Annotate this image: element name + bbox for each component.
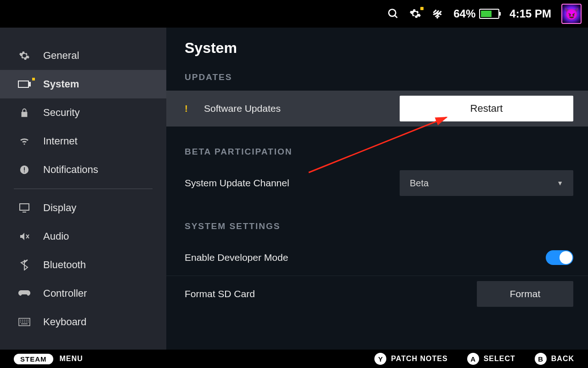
avatar[interactable]: 😈 <box>561 4 582 24</box>
svg-rect-6 <box>24 172 25 172</box>
sidebar-item-label: Internet <box>43 135 78 147</box>
keyboard-icon <box>17 318 31 326</box>
row-format-sd: Format SD Card Format <box>166 276 588 311</box>
sidebar-item-label: Display <box>43 202 76 214</box>
sidebar-item-security[interactable]: Security <box>0 98 166 127</box>
software-updates-label: Software Updates <box>204 103 281 114</box>
update-pending-icon: ! <box>185 104 190 114</box>
gear-icon <box>17 50 31 61</box>
hint-select[interactable]: A SELECT <box>467 353 515 365</box>
svg-rect-2 <box>18 81 28 87</box>
sidebar-item-keyboard[interactable]: Keyboard <box>0 308 166 336</box>
b-button-icon: B <box>535 353 547 365</box>
menu-label: MENU <box>60 355 83 363</box>
restart-button[interactable]: Restart <box>400 96 573 121</box>
svg-line-1 <box>395 15 397 17</box>
content-panel: System UPDATES ! Software Updates Restar… <box>166 28 588 350</box>
sidebar-item-general[interactable]: General <box>0 41 166 70</box>
bottom-bar: STEAM MENU Y PATCH NOTES A SELECT B BACK <box>0 350 588 368</box>
sidebar-item-label: System <box>43 78 79 90</box>
page-title: System <box>166 40 588 57</box>
svg-rect-7 <box>20 204 29 210</box>
audio-mute-icon <box>17 231 31 242</box>
hint-label: BACK <box>551 355 574 363</box>
hint-label: PATCH NOTES <box>391 355 447 363</box>
wifi-icon <box>17 136 31 147</box>
sidebar-item-controller[interactable]: Controller <box>0 279 166 308</box>
section-header-updates: UPDATES <box>166 57 588 91</box>
settings-icon[interactable] <box>409 8 421 20</box>
format-sd-label: Format SD Card <box>185 288 255 299</box>
section-header-system-settings: SYSTEM SETTINGS <box>166 201 588 240</box>
developer-mode-toggle[interactable] <box>546 250 573 265</box>
sidebar-item-internet[interactable]: Internet <box>0 127 166 155</box>
settings-sidebar: General System Security Internet No <box>0 28 166 350</box>
format-button[interactable]: Format <box>477 281 573 307</box>
developer-mode-label: Enable Developer Mode <box>185 252 288 263</box>
clock: 4:15 PM <box>509 7 551 20</box>
sidebar-item-audio[interactable]: Audio <box>0 222 166 251</box>
steam-button[interactable]: STEAM <box>14 354 53 364</box>
sidebar-item-label: Keyboard <box>43 316 86 328</box>
row-software-updates[interactable]: ! Software Updates Restart <box>166 91 588 126</box>
wifi-icon[interactable] <box>431 8 443 20</box>
alert-icon <box>17 165 31 175</box>
system-notification-dot <box>32 78 35 80</box>
section-header-beta: BETA PARTICIPATION <box>166 126 588 165</box>
sidebar-item-label: Bluetooth <box>43 259 86 271</box>
status-bar: 64% 4:15 PM 😈 <box>0 0 588 28</box>
update-channel-dropdown[interactable]: Beta ▼ <box>400 170 573 196</box>
svg-rect-5 <box>24 167 25 171</box>
a-button-icon: A <box>467 353 479 365</box>
controller-icon <box>17 289 31 298</box>
sidebar-separator <box>14 189 153 189</box>
hint-label: SELECT <box>484 355 515 363</box>
sidebar-item-label: Security <box>43 107 79 119</box>
bluetooth-icon <box>17 259 31 270</box>
update-channel-label: System Update Channel <box>185 178 289 189</box>
sidebar-item-display[interactable]: Display <box>0 194 166 222</box>
y-button-icon: Y <box>374 353 386 365</box>
sidebar-item-label: General <box>43 50 79 62</box>
settings-notification-dot <box>420 7 424 10</box>
sidebar-item-label: Audio <box>43 230 69 242</box>
sidebar-item-system[interactable]: System <box>0 70 166 98</box>
search-icon[interactable] <box>387 8 399 20</box>
sidebar-item-label: Controller <box>43 288 87 299</box>
battery-icon <box>479 9 499 19</box>
row-developer-mode: Enable Developer Mode <box>166 240 588 276</box>
battery-status: 64% <box>453 7 499 20</box>
sidebar-item-notifications[interactable]: Notifications <box>0 155 166 184</box>
chevron-down-icon: ▼ <box>557 179 563 187</box>
battery-text: 64% <box>453 7 475 20</box>
svg-rect-3 <box>29 82 30 86</box>
sidebar-item-bluetooth[interactable]: Bluetooth <box>0 251 166 279</box>
sidebar-item-label: Notifications <box>43 164 98 176</box>
system-icon <box>17 80 31 89</box>
update-channel-value: Beta <box>410 178 429 189</box>
hint-patch-notes[interactable]: Y PATCH NOTES <box>374 353 447 365</box>
hint-back[interactable]: B BACK <box>535 353 574 365</box>
row-update-channel: System Update Channel Beta ▼ <box>166 165 588 201</box>
lock-icon <box>17 108 31 118</box>
display-icon <box>17 203 31 213</box>
svg-point-0 <box>389 9 396 16</box>
